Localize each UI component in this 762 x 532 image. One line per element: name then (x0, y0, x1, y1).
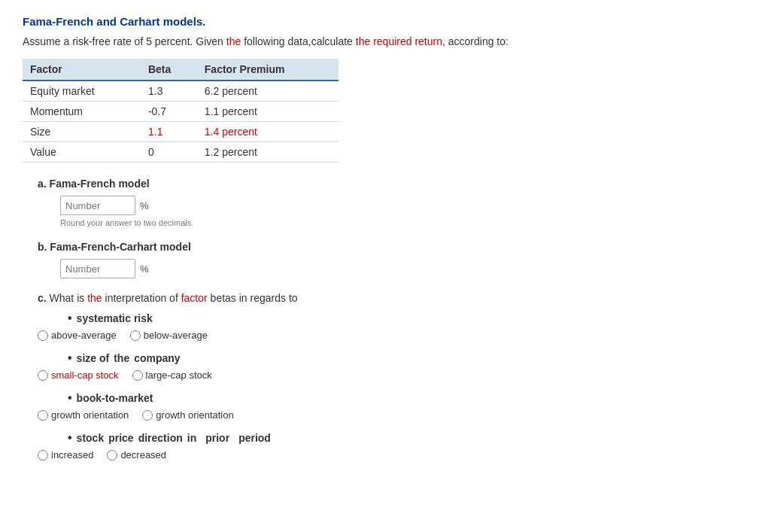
stock-price-title: stock price direction in prior period (68, 431, 739, 445)
intro-highlight-return: the required return (356, 35, 442, 47)
book-to-market-option-1[interactable]: growth orientation (38, 409, 129, 421)
col-premium: Factor Premium (197, 59, 338, 81)
systematic-risk-label-below: below-average (144, 330, 208, 341)
table-row: Value 0 1.2 percent (23, 142, 338, 163)
book-to-market-label-1: growth orientation (51, 409, 129, 421)
systematic-risk-options: above-average below-average (38, 330, 739, 341)
premium-value: 1.2 percent (197, 142, 338, 163)
size-label-large: large-cap stock (146, 369, 212, 381)
size-radio-large[interactable] (132, 370, 143, 381)
book-to-market-options: growth orientation growth orientation (38, 409, 739, 421)
intro-text: Assume a risk-free rate of 5 percent. Gi… (23, 35, 739, 47)
part-a-percent: % (140, 200, 149, 211)
col-factor: Factor (23, 59, 141, 81)
stock-price-section: stock price direction in prior period in… (38, 431, 739, 461)
book-to-market-section: book-to-market growth orientation growth… (38, 391, 739, 421)
book-to-market-label-2: growth orientation (156, 409, 233, 421)
systematic-risk-radio-below[interactable] (130, 330, 141, 341)
table-row: Momentum -0.7 1.1 percent (23, 102, 338, 122)
beta-value: 0 (141, 142, 197, 163)
part-c-question: c. What is the interpretation of factor … (38, 292, 739, 304)
part-c-letter: c. (38, 292, 47, 304)
part-a-hint: Round your answer to two decimals. (38, 218, 739, 227)
part-c-section: c. What is the interpretation of factor … (23, 292, 739, 461)
systematic-risk-label-above: above-average (51, 330, 117, 341)
part-b-section: b. Fama-French-Carhart model % (23, 241, 739, 278)
intro-middle: following data,calculate (241, 35, 356, 47)
size-label-small: small-cap stock (51, 369, 119, 381)
part-b-percent: % (140, 263, 149, 275)
systematic-risk-section: systematic risk above-average below-aver… (38, 312, 739, 341)
book-to-market-title: book-to-market (68, 391, 739, 405)
size-option-small[interactable]: small-cap stock (38, 369, 119, 381)
factor-equity: Equity market (23, 81, 141, 102)
intro-prefix: Assume a risk-free rate of 5 percent. Gi… (23, 35, 226, 47)
premium-equity: 6.2 percent (197, 81, 338, 102)
stock-price-options: increased decreased (38, 449, 739, 461)
size-options: small-cap stock large-cap stock (38, 369, 739, 381)
size-radio-small[interactable] (38, 370, 48, 381)
premium-size: 1.4 percent (197, 122, 338, 142)
stock-price-option-decreased[interactable]: decreased (107, 449, 166, 461)
book-to-market-radio-2[interactable] (142, 410, 153, 421)
part-b-input-row: % (38, 259, 739, 278)
size-option-large[interactable]: large-cap stock (132, 369, 212, 381)
premium-momentum: 1.1 percent (197, 102, 338, 122)
stock-price-label-decreased: decreased (120, 449, 166, 461)
book-to-market-option-2[interactable]: growth orientation (142, 409, 233, 421)
beta-equity: 1.3 (141, 81, 197, 102)
intro-suffix: , according to: (442, 35, 509, 47)
page-title: Fama-French and Carhart models. (23, 15, 739, 28)
part-c-question-text: What is the interpretation of factor bet… (50, 292, 298, 304)
size-title: size of the company (68, 351, 739, 365)
book-to-market-radio-1[interactable] (38, 410, 48, 421)
part-a-input[interactable] (60, 196, 135, 215)
part-b-input[interactable] (60, 259, 135, 278)
systematic-risk-option-above[interactable]: above-average (38, 330, 117, 341)
part-b-label: b. Fama-French-Carhart model (38, 241, 739, 253)
factor-size: Size (23, 122, 141, 142)
systematic-risk-option-below[interactable]: below-average (130, 330, 208, 341)
stock-price-label-increased: increased (51, 449, 93, 461)
stock-price-option-increased[interactable]: increased (38, 449, 93, 461)
size-section: size of the company small-cap stock larg… (38, 351, 739, 381)
part-a-label: a. Fama-French model (38, 178, 739, 190)
part-a-section: a. Fama-French model % Round your answer… (23, 178, 739, 227)
table-row: Equity market 1.3 6.2 percent (23, 81, 338, 102)
col-beta: Beta (141, 59, 197, 81)
factor-value: Value (23, 142, 141, 163)
systematic-risk-title: systematic risk (68, 312, 739, 325)
systematic-risk-radio-above[interactable] (38, 330, 48, 341)
intro-highlight-the: the (226, 35, 241, 47)
beta-size: 1.1 (141, 122, 197, 142)
part-a-input-row: % (38, 196, 739, 215)
stock-price-radio-increased[interactable] (38, 450, 48, 461)
table-row: Size 1.1 1.4 percent (23, 122, 338, 142)
stock-price-radio-decreased[interactable] (107, 450, 117, 461)
factor-momentum: Momentum (23, 102, 141, 122)
beta-momentum: -0.7 (141, 102, 197, 122)
factor-table: Factor Beta Factor Premium Equity market… (23, 59, 338, 163)
